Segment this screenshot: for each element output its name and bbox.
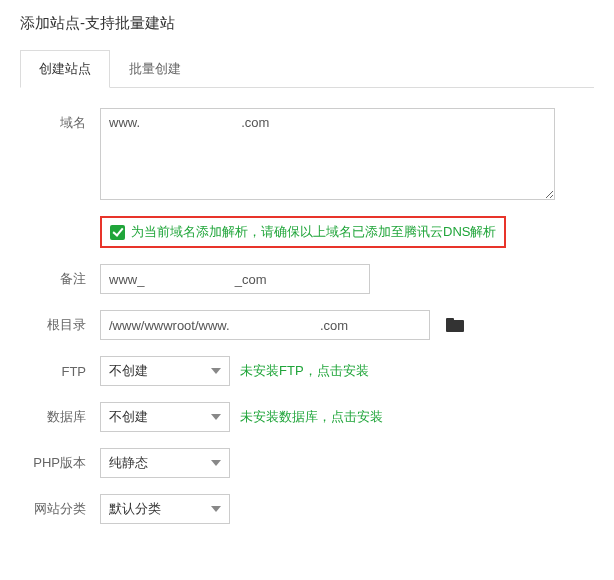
row-dns-hint: 为当前域名添加解析，请确保以上域名已添加至腾讯云DNS解析 <box>30 216 584 248</box>
label-db: 数据库 <box>30 408 100 426</box>
domain-textarea[interactable]: www. .com <box>100 108 555 200</box>
dialog-body: 创建站点 批量创建 域名 www. .com 为当前域名添加解析，请确保以上域名… <box>0 49 614 580</box>
row-note: 备注 <box>30 264 584 294</box>
php-select-value: 纯静态 <box>109 454 148 472</box>
chevron-down-icon <box>211 368 221 374</box>
label-category: 网站分类 <box>30 500 100 518</box>
label-ftp: FTP <box>30 364 100 379</box>
add-site-dialog: 添加站点-支持批量建站 创建站点 批量创建 域名 www. .com <box>0 0 614 580</box>
dialog-title: 添加站点-支持批量建站 <box>0 0 614 43</box>
dns-checkbox[interactable] <box>110 225 125 240</box>
tab-batch-create[interactable]: 批量创建 <box>110 50 200 88</box>
row-php: PHP版本 纯静态 <box>30 448 584 478</box>
form: 域名 www. .com 为当前域名添加解析，请确保以上域名已添加至腾讯云DNS… <box>20 88 594 524</box>
row-domain: 域名 www. .com <box>30 108 584 200</box>
row-db: 数据库 不创建 未安装数据库，点击安装 <box>30 402 584 432</box>
db-select-value: 不创建 <box>109 408 148 426</box>
ftp-install-link[interactable]: 未安装FTP，点击安装 <box>240 362 369 380</box>
chevron-down-icon <box>211 506 221 512</box>
row-ftp: FTP 不创建 未安装FTP，点击安装 <box>30 356 584 386</box>
ftp-select[interactable]: 不创建 <box>100 356 230 386</box>
db-install-link[interactable]: 未安装数据库，点击安装 <box>240 408 383 426</box>
note-input[interactable] <box>100 264 370 294</box>
label-php: PHP版本 <box>30 454 100 472</box>
chevron-down-icon <box>211 460 221 466</box>
label-domain: 域名 <box>30 108 100 132</box>
row-category: 网站分类 默认分类 <box>30 494 584 524</box>
php-select[interactable]: 纯静态 <box>100 448 230 478</box>
tabs: 创建站点 批量创建 <box>20 49 594 88</box>
category-select[interactable]: 默认分类 <box>100 494 230 524</box>
folder-icon[interactable] <box>446 318 464 332</box>
label-note: 备注 <box>30 270 100 288</box>
row-root: 根目录 <box>30 310 584 340</box>
category-select-value: 默认分类 <box>109 500 161 518</box>
label-root: 根目录 <box>30 316 100 334</box>
db-select[interactable]: 不创建 <box>100 402 230 432</box>
chevron-down-icon <box>211 414 221 420</box>
root-input[interactable] <box>100 310 430 340</box>
dns-hint-box: 为当前域名添加解析，请确保以上域名已添加至腾讯云DNS解析 <box>100 216 506 248</box>
tab-create-site[interactable]: 创建站点 <box>20 50 110 88</box>
ftp-select-value: 不创建 <box>109 362 148 380</box>
dns-hint-text: 为当前域名添加解析，请确保以上域名已添加至腾讯云DNS解析 <box>131 223 496 241</box>
